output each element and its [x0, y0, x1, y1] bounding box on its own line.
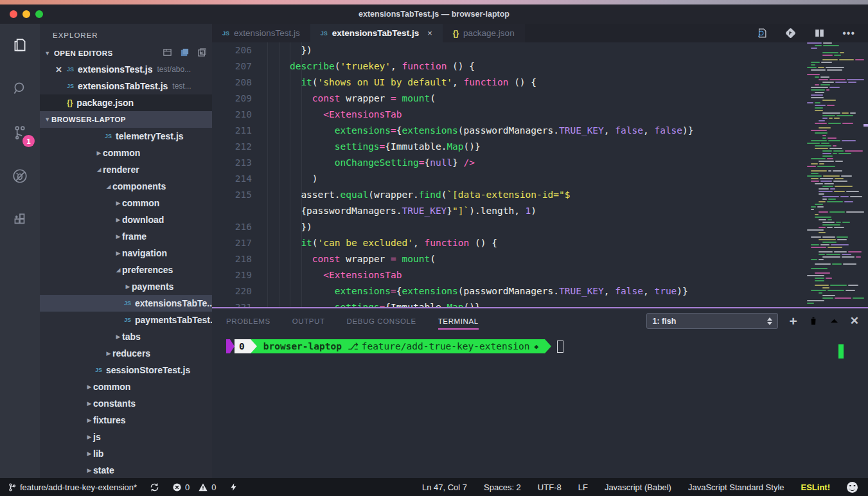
code-line[interactable]: 216 }) — [212, 219, 803, 235]
editor-tab[interactable]: JSextensionsTest.js — [212, 24, 310, 42]
tree-folder-item[interactable]: ▶common — [40, 378, 212, 395]
open-editors-header[interactable]: ▼ OPEN EDITORS — [40, 46, 212, 61]
code-line[interactable]: 214 ) — [212, 171, 803, 187]
code-line[interactable]: 208 it('shows on UI by default', functio… — [212, 75, 803, 91]
open-editor-item[interactable]: ✕JSextensionsTest.jstest/abo... — [40, 61, 212, 78]
explorer-icon[interactable] — [10, 35, 30, 55]
split-editor-icon[interactable] — [813, 27, 826, 39]
line-number: 216 — [212, 219, 252, 235]
chevron-right-icon: ▶ — [85, 450, 93, 457]
code-line[interactable]: 207 describe('truekey', function () { — [212, 58, 803, 75]
chevron-right-icon: ▶ — [105, 350, 112, 357]
code-line[interactable]: 210 <ExtensionsTab — [212, 107, 803, 123]
close-editor-icon[interactable]: ✕ — [55, 65, 64, 75]
close-panel-icon[interactable]: ✕ — [850, 315, 859, 326]
minimap[interactable] — [804, 42, 864, 308]
line-number: 209 — [212, 91, 252, 107]
prompt-status-segment: 0 — [235, 339, 251, 353]
folder-root-header[interactable]: ▼ BROWSER-LAPTOP — [40, 111, 212, 128]
chevron-right-icon: ▶ — [114, 217, 122, 223]
sync-status-item[interactable] — [150, 483, 159, 492]
tree-folder-item[interactable]: ▶fixtures — [40, 412, 212, 429]
editor-tab[interactable]: {}package.json — [443, 24, 525, 42]
new-terminal-icon[interactable]: + — [789, 314, 797, 328]
code-editor[interactable]: 206 })207 describe('truekey', function (… — [212, 42, 803, 308]
save-all-icon[interactable] — [180, 48, 190, 57]
feedback-smiley-icon[interactable] — [847, 482, 858, 493]
feedback-status-item[interactable] — [229, 482, 238, 492]
git-compare-icon[interactable] — [784, 27, 797, 39]
terminal-select[interactable]: 1: fish — [646, 313, 778, 329]
tree-folder-item[interactable]: ▶constants — [40, 395, 212, 412]
tree-folder-item[interactable]: ▶state — [40, 462, 212, 478]
tree-folder-item[interactable]: ◢renderer — [40, 161, 212, 178]
status-item[interactable]: JavaScript Standard Style — [688, 483, 784, 492]
terminal[interactable]: 0 browser-laptop ⎇ feature/add-true-key-… — [226, 339, 862, 478]
editor-actions: ••• — [525, 24, 868, 42]
problems-status-item[interactable]: 0 0 — [172, 483, 216, 492]
editor-tab[interactable]: JSextensionsTabTest.js× — [310, 24, 443, 42]
panel-tab-output[interactable]: OUTPUT — [292, 314, 325, 330]
code-line[interactable]: 215 assert.equal(wrapper.find(`[data-ext… — [212, 187, 803, 203]
window-titlebar: extensionsTabTest.js — browser-laptop — [0, 4, 868, 24]
search-icon[interactable] — [10, 79, 30, 98]
tree-file-item[interactable]: JSsessionStoreTest.js — [40, 362, 212, 378]
extensions-icon[interactable] — [10, 210, 30, 229]
tree-file-item[interactable]: JStelemetryTest.js — [40, 128, 212, 145]
status-item[interactable]: UTF-8 — [538, 483, 562, 492]
panel-tab-terminal[interactable]: TERMINAL — [438, 314, 479, 330]
kill-terminal-icon[interactable] — [808, 315, 819, 326]
window-controls — [10, 10, 43, 18]
tree-folder-item[interactable]: ▶payments — [40, 278, 212, 295]
open-editor-item[interactable]: JSextensionsTabTest.jstest... — [40, 78, 212, 94]
maximize-panel-icon[interactable] — [829, 316, 839, 326]
find-in-file-icon[interactable] — [756, 27, 768, 39]
tree-folder-item[interactable]: ▶reducers — [40, 345, 212, 362]
zoom-window-button[interactable] — [35, 10, 43, 18]
tree-folder-item[interactable]: ◢preferences — [40, 261, 212, 278]
tree-folder-item[interactable]: ◢components — [40, 178, 212, 195]
code-line[interactable]: 212 settings={Immutable.Map()} — [212, 139, 803, 155]
tree-item-label: navigation — [122, 248, 167, 258]
eslint-status-item[interactable]: ESLint! — [801, 483, 831, 492]
more-actions-icon[interactable]: ••• — [842, 28, 855, 39]
chevron-right-icon: ▶ — [85, 467, 93, 474]
panel-tab-problems[interactable]: PROBLEMS — [226, 314, 270, 330]
tree-folder-item[interactable]: ▶common — [40, 145, 212, 161]
code-line[interactable]: 209 const wrapper = mount( — [212, 91, 803, 107]
tree-folder-item[interactable]: ▶download — [40, 211, 212, 228]
status-item[interactable]: LF — [578, 483, 588, 492]
status-item[interactable]: Javascript (Babel) — [605, 483, 671, 492]
tree-folder-item[interactable]: ▶common — [40, 195, 212, 211]
code-line[interactable]: 217 it('can be excluded', function () { — [212, 235, 803, 251]
chevron-right-icon: ▶ — [85, 400, 93, 407]
tree-folder-item[interactable]: ▶navigation — [40, 245, 212, 261]
code-line[interactable]: 206 }) — [212, 42, 803, 58]
code-line[interactable]: 220 extensions={extensions(passwordManag… — [212, 283, 803, 299]
code-line[interactable]: 218 const wrapper = mount( — [212, 251, 803, 267]
tree-folder-item[interactable]: ▶tabs — [40, 328, 212, 345]
source-control-icon[interactable]: 1 — [10, 123, 30, 142]
status-item[interactable]: Spaces: 2 — [484, 483, 521, 492]
code-line[interactable]: 213 onChangeSetting={null} /> — [212, 155, 803, 171]
debug-disabled-icon[interactable] — [10, 166, 30, 186]
line-number: 218 — [212, 251, 252, 267]
close-all-editors-icon[interactable] — [197, 48, 207, 57]
chevron-right-icon: ▶ — [114, 333, 122, 340]
code-line[interactable]: 211 extensions={extensions(passwordManag… — [212, 123, 803, 139]
panel-tab-debug-console[interactable]: DEBUG CONSOLE — [347, 314, 416, 330]
tree-file-item[interactable]: JSextensionsTabTe... — [40, 295, 212, 312]
code-line[interactable]: 219 <ExtensionsTab — [212, 267, 803, 283]
open-editor-item[interactable]: {}package.json — [40, 94, 212, 111]
tree-folder-item[interactable]: ▶js — [40, 429, 212, 445]
tree-folder-item[interactable]: ▶frame — [40, 228, 212, 245]
code-line[interactable]: {passwordManagers.TRUE_KEY}"]`).length, … — [212, 203, 803, 219]
tree-folder-item[interactable]: ▶lib — [40, 445, 212, 462]
tree-file-item[interactable]: JSpaymentsTabTest... — [40, 312, 212, 328]
close-window-button[interactable] — [10, 10, 17, 18]
status-item[interactable]: Ln 47, Col 7 — [422, 483, 467, 492]
branch-status-item[interactable]: feature/add-true-key-extension* — [8, 483, 137, 492]
close-tab-icon[interactable]: × — [427, 28, 432, 38]
new-untitled-file-icon[interactable] — [163, 48, 172, 57]
minimize-window-button[interactable] — [22, 10, 30, 18]
